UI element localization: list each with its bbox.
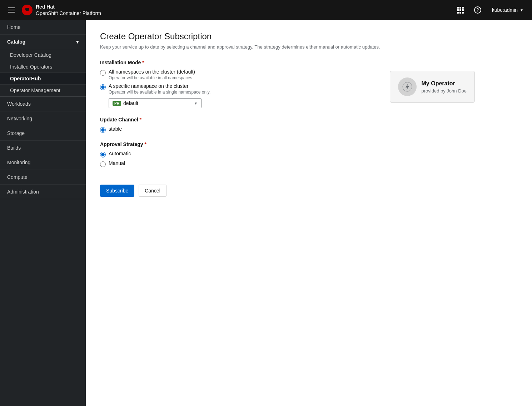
sidebar-item-installed-operators[interactable]: Installed Operators: [0, 61, 86, 73]
main-content: My Operator provided by John Doe Create …: [86, 20, 532, 406]
sidebar-section-catalog[interactable]: Catalog ▾: [0, 35, 86, 49]
automatic-label[interactable]: Automatic: [109, 151, 131, 156]
apps-grid-button[interactable]: [455, 4, 466, 16]
stable-channel-option[interactable]: stable: [100, 126, 372, 133]
subscribe-button[interactable]: Subscribe: [100, 185, 134, 197]
specific-namespace-option[interactable]: A specific namespace on the cluster Oper…: [100, 83, 372, 95]
sidebar-item-administration[interactable]: Administration: [0, 185, 86, 199]
required-star-2: *: [140, 117, 141, 122]
required-star-3: *: [145, 141, 146, 147]
top-navigation: Red Hat OpenShift Container Platform ? k…: [0, 0, 532, 20]
specific-namespace-radio[interactable]: [100, 84, 106, 90]
redhat-svg-icon: [21, 4, 33, 16]
update-channel-group: Update Channel * stable: [100, 117, 372, 133]
content-area: My Operator provided by John Doe Create …: [100, 31, 518, 197]
sidebar-item-monitoring[interactable]: Monitoring: [0, 155, 86, 170]
chevron-down-icon: ▼: [520, 8, 523, 12]
sidebar-item-developer-catalog[interactable]: Developer Catalog: [0, 49, 86, 61]
sidebar-item-operator-management[interactable]: Operator Management: [0, 85, 86, 96]
specific-namespace-label[interactable]: A specific namespace on the cluster: [109, 83, 210, 89]
help-button[interactable]: ?: [472, 4, 483, 16]
operator-card: My Operator provided by John Doe: [390, 71, 475, 103]
sidebar-item-workloads[interactable]: Workloads: [0, 97, 86, 111]
operator-icon: [398, 77, 417, 96]
sidebar-item-operatorhub[interactable]: OperatorHub: [0, 73, 86, 85]
subscription-form: Installation Mode * All namespaces on th…: [100, 60, 372, 197]
approval-strategy-group: Approval Strategy * Automatic Manual: [100, 141, 372, 167]
sidebar: Home Catalog ▾ Developer Catalog Install…: [0, 20, 86, 406]
installation-mode-group: Installation Mode * All namespaces on th…: [100, 60, 372, 108]
manual-option[interactable]: Manual: [100, 160, 372, 167]
page-title: Create Operator Subscription: [100, 31, 518, 41]
redhat-logo: [21, 4, 33, 16]
namespace-select-wrapper: PR default ▼: [109, 98, 372, 108]
installation-mode-label: Installation Mode *: [100, 60, 372, 65]
page-subtitle: Keep your service up to date by selectin…: [100, 44, 518, 50]
sidebar-item-builds[interactable]: Builds: [0, 141, 86, 155]
hamburger-icon: [7, 6, 16, 14]
sidebar-item-home[interactable]: Home: [0, 20, 86, 35]
all-namespaces-desc: Operator will be available in all namesp…: [109, 75, 195, 80]
required-star-1: *: [142, 60, 144, 65]
namespace-select[interactable]: PR default ▼: [109, 98, 202, 108]
approval-strategy-label: Approval Strategy *: [100, 141, 372, 147]
automatic-option[interactable]: Automatic: [100, 151, 372, 157]
namespace-badge: PR: [113, 101, 121, 106]
all-namespaces-label[interactable]: All namespaces on the cluster (default): [109, 69, 195, 75]
brand-logo: Red Hat OpenShift Container Platform: [21, 4, 101, 16]
cancel-button[interactable]: Cancel: [139, 185, 166, 197]
hamburger-menu[interactable]: [6, 4, 17, 16]
namespace-select-chevron: ▼: [194, 101, 198, 105]
form-actions: Subscribe Cancel: [100, 185, 372, 197]
brand-text: Red Hat OpenShift Container Platform: [36, 4, 101, 16]
sidebar-item-networking[interactable]: Networking: [0, 111, 86, 126]
all-namespaces-radio[interactable]: [100, 70, 106, 76]
stable-channel-label[interactable]: stable: [109, 126, 122, 132]
sidebar-item-compute[interactable]: Compute: [0, 170, 86, 185]
namespace-select-value: default: [123, 100, 194, 106]
all-namespaces-option[interactable]: All namespaces on the cluster (default) …: [100, 69, 372, 80]
automatic-radio[interactable]: [100, 152, 106, 157]
user-menu[interactable]: kube:admin ▼: [489, 6, 526, 14]
manual-radio[interactable]: [100, 161, 106, 167]
catalog-chevron-icon: ▾: [76, 39, 79, 45]
help-icon: ?: [474, 6, 481, 14]
sidebar-item-storage[interactable]: Storage: [0, 126, 86, 141]
grid-icon: [457, 7, 464, 14]
app-layout: Home Catalog ▾ Developer Catalog Install…: [0, 20, 532, 406]
lightning-icon: [402, 82, 412, 92]
update-channel-label: Update Channel *: [100, 117, 372, 122]
stable-channel-radio[interactable]: [100, 127, 106, 133]
manual-label[interactable]: Manual: [109, 160, 125, 166]
operator-info: My Operator provided by John Doe: [422, 80, 467, 94]
user-name: kube:admin: [492, 7, 518, 13]
form-divider: [100, 176, 372, 176]
specific-namespace-desc: Operator will be available in a single n…: [109, 90, 210, 95]
